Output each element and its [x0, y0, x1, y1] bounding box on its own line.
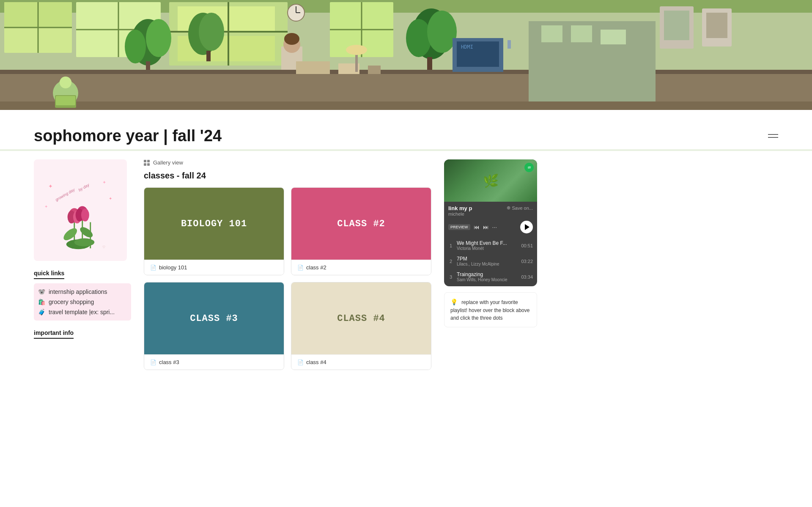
spotify-header: 🌿: [444, 159, 537, 202]
quick-links-bg: 🐨 internship applications 🛍️ grocery sho…: [34, 283, 131, 321]
note-emoji: 💡: [450, 299, 458, 305]
class-card-4-footer: 📄 class #4: [291, 354, 431, 370]
internship-link-text: internship applications: [49, 288, 107, 295]
spotify-controls: PREVIEW ⏮ ⏭ ···: [444, 218, 537, 236]
classes-grid: BIOLOGY 101 📄 biology 101 CLASS #2 📄 cla…: [144, 187, 431, 370]
spotify-track-2[interactable]: 2 7PM Lilacs., Lizzy McAlpine 03:22: [444, 253, 537, 269]
svg-rect-46: [541, 25, 562, 42]
svg-text:✦: ✦: [102, 180, 106, 185]
track-2-name: 7PM: [457, 256, 518, 262]
spotify-track-1[interactable]: 1 We Might Even Be F... Victoria Monét 0…: [444, 238, 537, 253]
gallery-view-bar: Gallery view: [144, 159, 431, 166]
spotify-save-btn[interactable]: ⊕ Save on...: [507, 205, 533, 211]
class4-card-name: class #4: [306, 359, 326, 365]
svg-point-31: [406, 19, 431, 57]
svg-point-78: [74, 238, 95, 247]
next-btn[interactable]: ⏭: [483, 224, 489, 230]
bio-card-name: biology 101: [159, 264, 187, 271]
class-card-4-label: CLASS #4: [337, 313, 385, 324]
track-2-duration: 03:22: [521, 259, 533, 264]
svg-rect-41: [508, 40, 511, 49]
svg-point-19: [199, 13, 224, 51]
svg-point-32: [427, 11, 457, 53]
quick-links-section: quick links 🐨 internship applications 🛍️…: [34, 269, 131, 321]
spotify-title-area: link my p michele ⊕ Save on...: [444, 202, 537, 218]
spotify-info: link my p michele: [448, 205, 472, 217]
class3-card-name: class #3: [159, 359, 179, 365]
important-info-section: important info: [34, 329, 131, 339]
classes-section-title: classes - fall 24: [144, 171, 431, 181]
spotify-track-3[interactable]: 3 Traingazing Sam Wills, Honey Mooncie 0…: [444, 269, 537, 285]
track-1-name: We Might Even Be F...: [457, 240, 518, 246]
track-3-num: 3: [448, 274, 453, 280]
quick-link-grocery[interactable]: 🛍️ grocery shopping: [38, 297, 127, 307]
quick-link-internship[interactable]: 🐨 internship applications: [38, 287, 127, 297]
menu-icon[interactable]: [768, 134, 778, 138]
spotify-track-list: 1 We Might Even Be F... Victoria Monét 0…: [444, 236, 537, 286]
class-card-bio-footer: 📄 biology 101: [144, 260, 284, 275]
svg-rect-47: [571, 25, 592, 42]
svg-rect-58: [56, 96, 75, 105]
page-title: sophomore year | fall '24: [34, 127, 222, 145]
class2-doc-icon: 📄: [297, 265, 304, 271]
gallery-icon-cell-2: [147, 160, 150, 162]
spotify-playlist-name: link my p: [448, 205, 472, 211]
gallery-view-label[interactable]: Gallery view: [153, 159, 183, 166]
svg-point-56: [60, 77, 71, 88]
class-card-3[interactable]: CLASS #3 📄 class #3: [144, 282, 284, 370]
main-content: ✦ ✦ ✦ ✦ growing day by day: [0, 159, 812, 370]
quick-links-title: quick links: [34, 270, 64, 279]
spotify-user: michele: [448, 211, 472, 217]
play-icon: [525, 224, 529, 230]
spotify-album-art: 🌿: [444, 159, 537, 202]
note-area: 💡 replace with your favorite playlist! h…: [444, 292, 537, 327]
sidebar: ✦ ✦ ✦ ✦ growing day by day: [34, 159, 131, 370]
svg-rect-35: [0, 70, 812, 74]
preview-badge: PREVIEW: [448, 224, 470, 230]
class-card-2-footer: 📄 class #2: [291, 260, 431, 275]
gallery-view-icon: [144, 160, 150, 166]
svg-rect-48: [601, 30, 626, 44]
gallery-icon-cell-1: [144, 160, 146, 162]
svg-rect-33: [427, 57, 432, 70]
svg-point-76: [81, 208, 89, 221]
svg-text:✦: ✦: [48, 183, 53, 189]
class-card-biology[interactable]: BIOLOGY 101 📄 biology 101: [144, 187, 284, 275]
class-card-2-top: CLASS #2: [291, 188, 431, 260]
play-btn[interactable]: [520, 221, 533, 233]
svg-rect-53: [0, 101, 812, 110]
quick-link-travel[interactable]: 🧳 travel template |ex: spri...: [38, 307, 127, 317]
class4-doc-icon: 📄: [297, 359, 304, 365]
class-card-3-top: CLASS #3: [144, 282, 284, 354]
more-btn[interactable]: ···: [492, 224, 497, 230]
prev-btn[interactable]: ⏮: [474, 224, 480, 230]
center-content: Gallery view classes - fall 24 BIOLOGY 1…: [144, 159, 431, 370]
class-card-3-footer: 📄 class #3: [144, 354, 284, 370]
svg-rect-52: [706, 13, 727, 38]
spotify-widget: 🌿 link my p michele: [444, 159, 537, 286]
class2-card-name: class #2: [306, 264, 326, 271]
class-card-bio-top: BIOLOGY 101: [144, 188, 284, 260]
svg-point-44: [346, 45, 367, 55]
svg-rect-38: [368, 66, 381, 74]
travel-emoji: 🧳: [38, 309, 45, 315]
track-3-info: Traingazing Sam Wills, Honey Mooncie: [457, 271, 518, 282]
class-card-bio-label: BIOLOGY 101: [181, 219, 247, 229]
track-2-info: 7PM Lilacs., Lizzy McAlpine: [457, 256, 518, 266]
svg-text:♡: ♡: [102, 245, 105, 249]
class-card-4[interactable]: CLASS #4 📄 class #4: [291, 282, 431, 370]
svg-rect-36: [296, 61, 330, 74]
gallery-icon-cell-3: [144, 163, 146, 166]
class-card-3-label: CLASS #3: [190, 313, 238, 324]
class-card-2-label: CLASS #2: [337, 219, 385, 229]
svg-rect-50: [664, 11, 689, 40]
svg-point-16: [146, 19, 171, 57]
menu-line-2: [768, 137, 778, 138]
right-sidebar: 🌿 link my p michele: [444, 159, 537, 370]
class-card-2[interactable]: CLASS #2 📄 class #2: [291, 187, 431, 275]
track-1-info: We Might Even Be F... Victoria Monét: [457, 240, 518, 251]
page-title-area: sophomore year | fall '24: [0, 110, 812, 149]
svg-point-80: [527, 165, 532, 170]
svg-point-26: [284, 33, 299, 45]
page-divider: [0, 149, 812, 151]
